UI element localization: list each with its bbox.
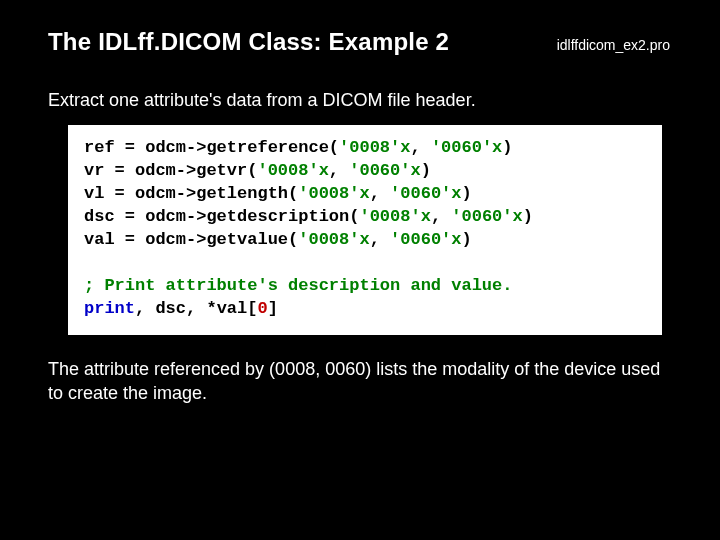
code-block: ref = odcm->getreference('0008'x, '0060'…	[68, 125, 662, 335]
slide-subtitle: Extract one attribute's data from a DICO…	[48, 90, 672, 111]
caption-text: The attribute referenced by (0008, 0060)…	[48, 357, 672, 406]
code-line-4: dsc = odcm->getdescription('0008'x, '006…	[84, 207, 533, 226]
code-line-1: ref = odcm->getreference('0008'x, '0060'…	[84, 138, 513, 157]
filename-label: idlffdicom_ex2.pro	[557, 37, 672, 53]
code-line-5: val = odcm->getvalue('0008'x, '0060'x)	[84, 230, 472, 249]
code-line-2: vr = odcm->getvr('0008'x, '0060'x)	[84, 161, 431, 180]
slide: The IDLff.DICOM Class: Example 2 idlffdi…	[0, 0, 720, 405]
code-print-line: print, dsc, *val[0]	[84, 299, 278, 318]
slide-title: The IDLff.DICOM Class: Example 2	[48, 28, 449, 56]
code-comment: ; Print attribute's description and valu…	[84, 276, 512, 295]
code-line-3: vl = odcm->getlength('0008'x, '0060'x)	[84, 184, 472, 203]
header-row: The IDLff.DICOM Class: Example 2 idlffdi…	[48, 28, 672, 56]
